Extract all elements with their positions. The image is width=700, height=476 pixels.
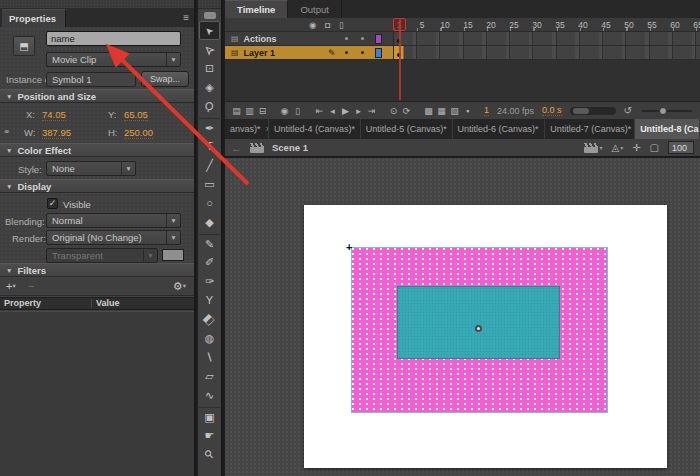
doc-tab-untitled-7[interactable]: Untitled-7 (Canvas)* × (545, 119, 635, 139)
eyedropper-tool[interactable]: ∖ (199, 348, 220, 367)
layer-row-actions[interactable]: ▤ Actions (225, 32, 700, 46)
add-camera-button[interactable]: ◉ (278, 106, 291, 116)
onion-skin-outlines-button[interactable]: ▦ (435, 106, 448, 116)
reset-timeline-zoom-icon[interactable]: ↺ (624, 105, 632, 116)
layer-outline-color-swatch[interactable] (375, 48, 382, 58)
loop-button[interactable]: ⟳ (400, 106, 413, 116)
back-arrow-icon[interactable]: ← (231, 142, 242, 154)
gradient-transform-tool[interactable]: ◈ (199, 78, 220, 97)
stage-zoom-input[interactable]: 100 (668, 141, 694, 154)
layer-row-layer1[interactable]: ▤ Layer 1 ✎ (225, 46, 700, 60)
edit-scene-button[interactable]: ▾ (584, 143, 602, 153)
section-display[interactable]: ▼ Display (0, 179, 194, 193)
instance-of-field[interactable]: Symbol 1 (46, 72, 136, 87)
show-hide-all-layers-icon[interactable]: ◉ (309, 20, 316, 30)
tab-output[interactable]: Output (288, 0, 342, 18)
pencil-tool[interactable]: ✎ (199, 234, 220, 253)
y-value[interactable]: 65.05 (124, 109, 148, 121)
visible-checkbox[interactable]: ✓ (47, 198, 58, 209)
delete-layer-button[interactable]: ⊟ (256, 106, 269, 116)
timeline-scrollbar[interactable] (570, 107, 616, 115)
elapsed-time-value[interactable]: 0.0 s (542, 105, 562, 116)
layer-visibility-dot[interactable] (345, 37, 348, 40)
zoom-tool[interactable]: ⚲ (199, 445, 220, 464)
paint-bucket-tool[interactable]: ◧ (199, 310, 220, 329)
inner-teal-rectangle[interactable] (397, 286, 560, 359)
new-layer-button[interactable]: ▤ (230, 106, 243, 116)
toolbar-collapse-handle[interactable] (204, 12, 216, 19)
width-tool[interactable]: ∿ (199, 386, 220, 405)
layer-frames[interactable] (394, 46, 700, 60)
tab-timeline[interactable]: Timeline (225, 0, 288, 18)
zoom-slider-knob[interactable] (659, 107, 667, 115)
instance-name-input[interactable]: name (46, 31, 181, 46)
frame-rate-value[interactable]: 24.00 fps (497, 106, 534, 116)
hand-tool[interactable]: ☛ (199, 426, 220, 445)
x-value[interactable]: 74.05 (42, 109, 66, 121)
polystar-tool[interactable]: ◆ (199, 213, 220, 232)
pen-tool[interactable]: ✒ (199, 118, 220, 137)
ink-bottle-tool[interactable]: ◍ (199, 329, 220, 348)
panel-drag-grip[interactable] (0, 0, 194, 9)
play-button[interactable]: ▶ (339, 106, 352, 116)
camera-tool[interactable]: ▣ (199, 407, 220, 426)
layer-name-column[interactable]: ▤ Layer 1 ✎ (225, 46, 394, 60)
go-to-first-frame-button[interactable]: ⇤ (313, 106, 326, 116)
w-value[interactable]: 387.95 (42, 127, 71, 139)
h-value[interactable]: 250.00 (124, 127, 153, 139)
show-layers-as-outlines-icon[interactable]: ▯ (339, 20, 344, 30)
go-to-last-frame-button[interactable]: ⇥ (365, 106, 378, 116)
layer-outline-color-swatch[interactable] (375, 34, 382, 44)
layer-frames[interactable] (394, 32, 700, 46)
step-back-button[interactable]: ◂ (326, 106, 339, 116)
line-tool[interactable]: ╱ (199, 156, 220, 175)
bone-tool[interactable]: Y (199, 291, 220, 310)
brush-tool[interactable]: ✐ (199, 253, 220, 272)
remove-filter-button[interactable]: − (28, 280, 34, 292)
rectangle-tool[interactable]: ▭ (199, 175, 220, 194)
new-folder-button[interactable]: ▥ (243, 106, 256, 116)
layer-parenting-button[interactable]: ▯ (291, 106, 304, 116)
free-transform-tool[interactable]: ⊡ (199, 59, 220, 78)
edit-symbols-button[interactable]: ◬▾ (611, 142, 623, 153)
paint-brush-tool[interactable]: ✑ (199, 272, 220, 291)
eraser-tool[interactable]: ▱ (199, 367, 220, 386)
doc-tab-untitled-4[interactable]: Untitled-4 (Canvas)* × (269, 119, 361, 139)
step-forward-button[interactable]: ▸ (352, 106, 365, 116)
render-dropdown[interactable]: Original (No Change) ▼ (46, 230, 181, 245)
lasso-tool[interactable]: Ϙ (199, 97, 220, 116)
blending-dropdown[interactable]: Normal ▼ (46, 213, 181, 228)
stage[interactable]: + (304, 205, 667, 468)
current-frame-value[interactable]: 1 (484, 105, 489, 116)
layer-lock-dot[interactable] (361, 51, 364, 54)
timeline-ruler[interactable]: ◉◘▯ 15101520253035404550556065 (225, 18, 700, 32)
subselection-tool[interactable]: ➤ (199, 40, 220, 59)
center-stage-button[interactable]: ✛ (632, 142, 640, 153)
section-filters[interactable]: ▼ Filters (0, 263, 194, 277)
clip-content-button[interactable]: ▢ (650, 142, 659, 153)
selection-tool[interactable]: ➤ (199, 21, 220, 40)
timeline-zoom-slider[interactable] (642, 110, 692, 112)
text-tool[interactable]: T (199, 137, 220, 156)
doc-tab-untitled-8[interactable]: Untitled-8 (Canva (635, 119, 700, 139)
layer-lock-dot[interactable] (361, 37, 364, 40)
filters-table-body[interactable] (0, 311, 194, 476)
filter-options-button[interactable]: ⚙▾ (173, 280, 186, 293)
center-frame-button[interactable]: ⊙ (387, 106, 400, 116)
style-dropdown[interactable]: None ▼ (46, 161, 136, 176)
playhead-line[interactable] (399, 18, 401, 100)
transformation-point[interactable] (475, 325, 482, 332)
modify-markers-button[interactable]: ▪ (461, 106, 474, 116)
layer-name-column[interactable]: ▤ Actions (225, 32, 394, 46)
add-filter-button[interactable]: +▾ (6, 280, 16, 292)
onion-skin-button[interactable]: ▩ (422, 106, 435, 116)
section-position-and-size[interactable]: ▼ Position and Size (0, 89, 194, 103)
doc-tab-clipped[interactable]: anvas)* × (225, 119, 269, 139)
toolbar-drag-grip[interactable] (198, 0, 221, 9)
section-color-effect[interactable]: ▼ Color Effect (0, 143, 194, 157)
background-color-swatch[interactable] (162, 249, 184, 261)
edit-multiple-frames-button[interactable]: ▧ (448, 106, 461, 116)
doc-tab-untitled-6[interactable]: Untitled-6 (Canvas)* × (453, 119, 546, 139)
doc-tab-untitled-5[interactable]: Untitled-5 (Canvas)* × (361, 119, 453, 139)
symbol-type-dropdown[interactable]: Movie Clip ▼ (46, 52, 181, 67)
